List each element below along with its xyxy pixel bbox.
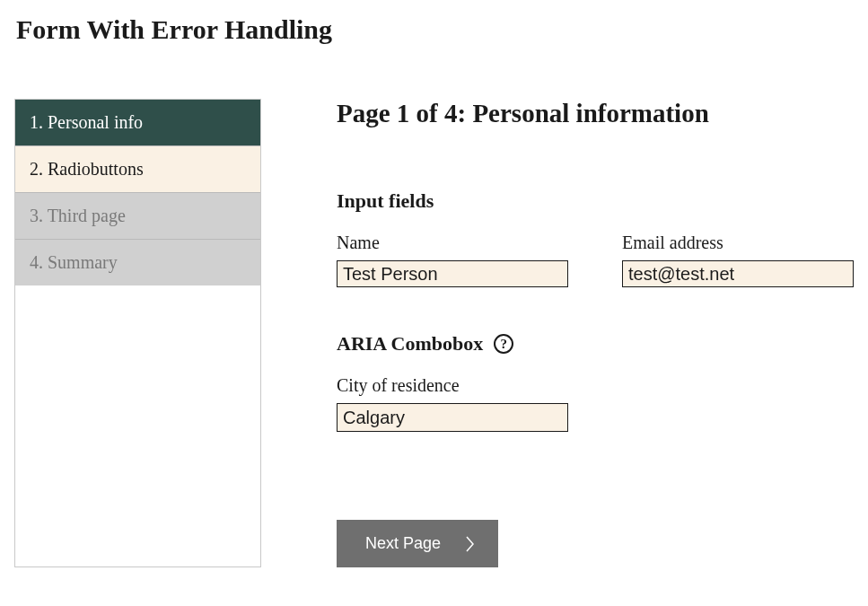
next-page-button-label: Next Page xyxy=(365,534,441,553)
city-label: City of residence xyxy=(337,375,854,396)
step-summary: 4. Summary xyxy=(15,240,260,285)
form-page-heading: Page 1 of 4: Personal information xyxy=(337,99,854,128)
next-page-button[interactable]: Next Page xyxy=(337,520,498,567)
email-field-group: Email address xyxy=(622,233,854,287)
main-content: Page 1 of 4: Personal information Input … xyxy=(337,99,854,567)
combobox-section-title: ARIA Combobox ? xyxy=(337,332,854,356)
email-label: Email address xyxy=(622,233,854,253)
step-personal-info[interactable]: 1. Personal info xyxy=(15,100,260,146)
step-radiobuttons[interactable]: 2. Radiobuttons xyxy=(15,146,260,193)
help-icon[interactable]: ? xyxy=(494,334,513,354)
input-fields-section-title: Input fields xyxy=(337,189,854,213)
page-title: Form With Error Handling xyxy=(16,14,854,45)
city-combobox[interactable] xyxy=(337,403,568,432)
email-input[interactable] xyxy=(622,260,854,287)
chevron-right-icon xyxy=(466,535,475,553)
name-label: Name xyxy=(337,233,568,253)
wizard-steps-sidebar: 1. Personal info 2. Radiobuttons 3. Thir… xyxy=(14,99,261,567)
city-field-group: City of residence xyxy=(337,375,854,432)
layout: 1. Personal info 2. Radiobuttons 3. Thir… xyxy=(14,99,854,567)
step-third-page: 3. Third page xyxy=(15,193,260,240)
combobox-section-label: ARIA Combobox xyxy=(337,332,483,356)
name-field-group: Name xyxy=(337,233,568,287)
input-fields-row: Name Email address xyxy=(337,233,854,287)
name-input[interactable] xyxy=(337,260,568,287)
